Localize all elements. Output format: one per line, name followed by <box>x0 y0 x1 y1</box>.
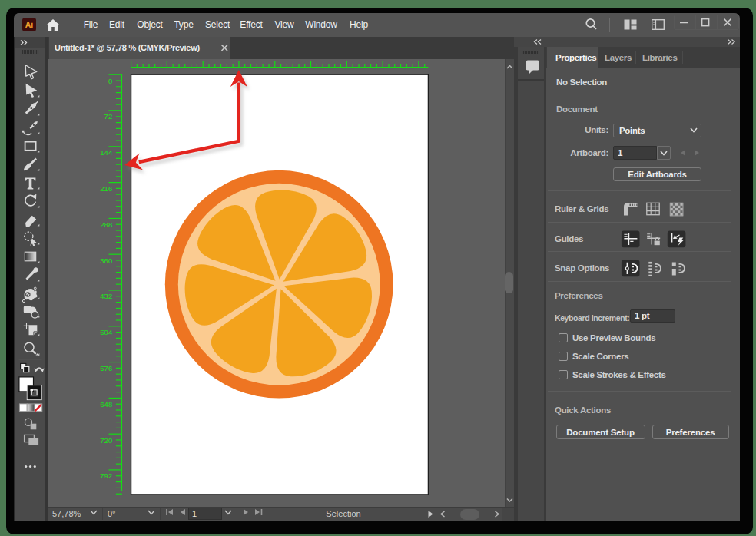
svg-text:360: 360 <box>100 256 112 264</box>
svg-text:144: 144 <box>100 148 112 157</box>
svg-text:792: 792 <box>100 471 112 480</box>
svg-text:720: 720 <box>100 435 112 444</box>
svg-text:288: 288 <box>100 220 112 228</box>
svg-text:72: 72 <box>104 112 113 121</box>
svg-text:576: 576 <box>100 364 112 372</box>
svg-text:216: 216 <box>100 184 112 193</box>
svg-text:504: 504 <box>100 328 112 336</box>
svg-text:432: 432 <box>100 292 112 300</box>
svg-text:0: 0 <box>108 76 112 84</box>
svg-text:648: 648 <box>100 399 112 408</box>
